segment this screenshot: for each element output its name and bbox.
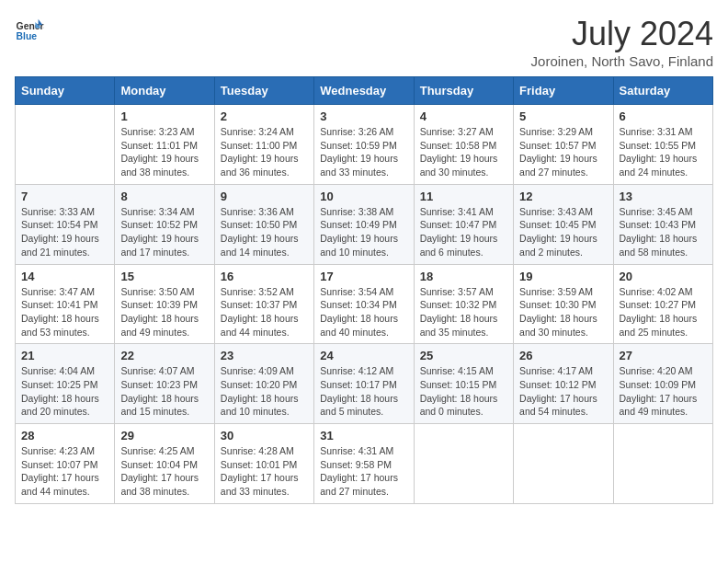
day-number: 9: [221, 190, 308, 203]
title-block: July 2024 Joroinen, North Savo, Finland: [531, 15, 713, 69]
logo-icon: General Blue: [15, 15, 44, 44]
calendar-cell: 1Sunrise: 3:23 AMSunset: 11:01 PMDayligh…: [115, 105, 214, 185]
day-info: Sunrise: 3:43 AMSunset: 10:45 PMDaylight…: [519, 205, 607, 259]
calendar-cell: [414, 424, 513, 504]
day-number: 23: [221, 349, 308, 362]
day-info: Sunrise: 4:25 AMSunset: 10:04 PMDaylight…: [120, 444, 208, 499]
day-number: 29: [120, 429, 208, 442]
day-number: 27: [620, 349, 707, 362]
day-info: Sunrise: 3:57 AMSunset: 10:32 PMDaylight…: [420, 285, 507, 339]
day-number: 18: [420, 270, 507, 283]
day-number: 4: [420, 109, 507, 123]
day-info: Sunrise: 3:26 AMSunset: 10:59 PMDaylight…: [320, 125, 407, 179]
calendar-cell: 11Sunrise: 3:41 AMSunset: 10:47 PMDaylig…: [414, 184, 513, 264]
day-number: 8: [120, 190, 208, 203]
day-info: Sunrise: 4:09 AMSunset: 10:20 PMDaylight…: [221, 364, 308, 419]
calendar-cell: 23Sunrise: 4:09 AMSunset: 10:20 PMDaylig…: [214, 344, 313, 424]
day-number: 21: [21, 349, 108, 362]
calendar-week-row: 14Sunrise: 3:47 AMSunset: 10:41 PMDaylig…: [16, 264, 713, 344]
day-number: 2: [221, 109, 308, 123]
day-info: Sunrise: 3:29 AMSunset: 10:57 PMDaylight…: [519, 125, 607, 179]
calendar-cell: 21Sunrise: 4:04 AMSunset: 10:25 PMDaylig…: [16, 344, 115, 424]
calendar-cell: [514, 424, 613, 504]
calendar-cell: 28Sunrise: 4:23 AMSunset: 10:07 PMDaylig…: [16, 424, 115, 504]
day-info: Sunrise: 4:31 AMSunset: 9:58 PMDaylight:…: [320, 444, 407, 499]
day-info: Sunrise: 4:23 AMSunset: 10:07 PMDaylight…: [21, 444, 108, 499]
calendar-cell: 27Sunrise: 4:20 AMSunset: 10:09 PMDaylig…: [613, 344, 712, 424]
day-info: Sunrise: 3:47 AMSunset: 10:41 PMDaylight…: [21, 285, 108, 339]
day-info: Sunrise: 4:28 AMSunset: 10:01 PMDaylight…: [221, 444, 308, 499]
calendar-week-row: 1Sunrise: 3:23 AMSunset: 11:01 PMDayligh…: [16, 105, 713, 185]
calendar-table: SundayMondayTuesdayWednesdayThursdayFrid…: [15, 76, 713, 504]
calendar-cell: 31Sunrise: 4:31 AMSunset: 9:58 PMDayligh…: [314, 424, 414, 504]
weekday-header-sunday: Sunday: [16, 77, 115, 105]
calendar-cell: 17Sunrise: 3:54 AMSunset: 10:34 PMDaylig…: [314, 264, 414, 344]
day-number: 5: [519, 109, 607, 123]
calendar-cell: 13Sunrise: 3:45 AMSunset: 10:43 PMDaylig…: [613, 184, 712, 264]
weekday-header-thursday: Thursday: [414, 77, 513, 105]
day-number: 17: [320, 270, 407, 283]
day-number: 26: [519, 349, 607, 362]
day-info: Sunrise: 3:24 AMSunset: 11:00 PMDaylight…: [221, 125, 308, 179]
day-info: Sunrise: 4:17 AMSunset: 10:12 PMDaylight…: [519, 364, 607, 419]
day-info: Sunrise: 3:50 AMSunset: 10:39 PMDaylight…: [120, 285, 208, 339]
day-info: Sunrise: 3:34 AMSunset: 10:52 PMDaylight…: [120, 205, 208, 259]
calendar-cell: 14Sunrise: 3:47 AMSunset: 10:41 PMDaylig…: [16, 264, 115, 344]
logo: General Blue: [15, 15, 44, 44]
calendar-cell: 29Sunrise: 4:25 AMSunset: 10:04 PMDaylig…: [115, 424, 214, 504]
calendar-cell: 2Sunrise: 3:24 AMSunset: 11:00 PMDayligh…: [214, 105, 313, 185]
day-number: 1: [120, 109, 208, 123]
day-info: Sunrise: 4:07 AMSunset: 10:23 PMDaylight…: [120, 364, 208, 419]
calendar-cell: 5Sunrise: 3:29 AMSunset: 10:57 PMDayligh…: [514, 105, 613, 185]
calendar-cell: 18Sunrise: 3:57 AMSunset: 10:32 PMDaylig…: [414, 264, 513, 344]
day-number: 13: [620, 190, 707, 203]
day-info: Sunrise: 3:27 AMSunset: 10:58 PMDaylight…: [420, 125, 507, 179]
day-info: Sunrise: 4:02 AMSunset: 10:27 PMDaylight…: [620, 285, 707, 339]
weekday-header-monday: Monday: [115, 77, 214, 105]
calendar-cell: 12Sunrise: 3:43 AMSunset: 10:45 PMDaylig…: [514, 184, 613, 264]
calendar-week-row: 21Sunrise: 4:04 AMSunset: 10:25 PMDaylig…: [16, 344, 713, 424]
calendar-cell: 22Sunrise: 4:07 AMSunset: 10:23 PMDaylig…: [115, 344, 214, 424]
calendar-week-row: 28Sunrise: 4:23 AMSunset: 10:07 PMDaylig…: [16, 424, 713, 504]
day-number: 16: [221, 270, 308, 283]
day-number: 22: [120, 349, 208, 362]
calendar-cell: 4Sunrise: 3:27 AMSunset: 10:58 PMDayligh…: [414, 105, 513, 185]
calendar-week-row: 7Sunrise: 3:33 AMSunset: 10:54 PMDayligh…: [16, 184, 713, 264]
weekday-header-wednesday: Wednesday: [314, 77, 414, 105]
calendar-cell: 26Sunrise: 4:17 AMSunset: 10:12 PMDaylig…: [514, 344, 613, 424]
day-info: Sunrise: 4:12 AMSunset: 10:17 PMDaylight…: [320, 364, 407, 419]
day-info: Sunrise: 3:41 AMSunset: 10:47 PMDaylight…: [420, 205, 507, 259]
day-number: 20: [620, 270, 707, 283]
calendar-cell: 24Sunrise: 4:12 AMSunset: 10:17 PMDaylig…: [314, 344, 414, 424]
weekday-header-friday: Friday: [514, 77, 613, 105]
calendar-cell: 16Sunrise: 3:52 AMSunset: 10:37 PMDaylig…: [214, 264, 313, 344]
month-year-title: July 2024: [531, 15, 713, 53]
calendar-cell: [16, 105, 115, 185]
day-number: 30: [221, 429, 308, 442]
day-info: Sunrise: 3:36 AMSunset: 10:50 PMDaylight…: [221, 205, 308, 259]
day-number: 6: [620, 109, 707, 123]
day-info: Sunrise: 3:23 AMSunset: 11:01 PMDaylight…: [120, 125, 208, 179]
day-info: Sunrise: 4:15 AMSunset: 10:15 PMDaylight…: [420, 364, 507, 419]
calendar-cell: 25Sunrise: 4:15 AMSunset: 10:15 PMDaylig…: [414, 344, 513, 424]
day-info: Sunrise: 3:33 AMSunset: 10:54 PMDaylight…: [21, 205, 108, 259]
page-header: General Blue July 2024 Joroinen, North S…: [15, 15, 713, 69]
calendar-cell: 8Sunrise: 3:34 AMSunset: 10:52 PMDayligh…: [115, 184, 214, 264]
day-number: 24: [320, 349, 407, 362]
day-info: Sunrise: 3:31 AMSunset: 10:55 PMDaylight…: [620, 125, 707, 179]
calendar-cell: 3Sunrise: 3:26 AMSunset: 10:59 PMDayligh…: [314, 105, 414, 185]
calendar-cell: 15Sunrise: 3:50 AMSunset: 10:39 PMDaylig…: [115, 264, 214, 344]
day-number: 28: [21, 429, 108, 442]
day-number: 31: [320, 429, 407, 442]
day-info: Sunrise: 3:45 AMSunset: 10:43 PMDaylight…: [620, 205, 707, 259]
day-number: 14: [21, 270, 108, 283]
calendar-cell: 10Sunrise: 3:38 AMSunset: 10:49 PMDaylig…: [314, 184, 414, 264]
day-number: 25: [420, 349, 507, 362]
day-number: 3: [320, 109, 407, 123]
calendar-cell: 7Sunrise: 3:33 AMSunset: 10:54 PMDayligh…: [16, 184, 115, 264]
day-info: Sunrise: 3:38 AMSunset: 10:49 PMDaylight…: [320, 205, 407, 259]
day-number: 12: [519, 190, 607, 203]
day-info: Sunrise: 3:59 AMSunset: 10:30 PMDaylight…: [519, 285, 607, 339]
day-number: 10: [320, 190, 407, 203]
day-info: Sunrise: 3:52 AMSunset: 10:37 PMDaylight…: [221, 285, 308, 339]
